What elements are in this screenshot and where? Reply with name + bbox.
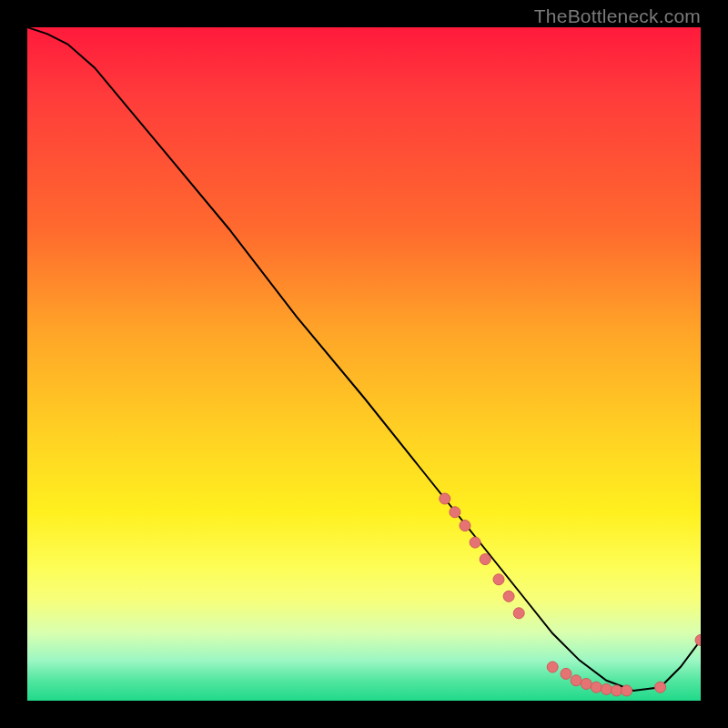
data-marker (561, 668, 571, 679)
data-marker (460, 521, 470, 531)
data-marker (581, 679, 592, 690)
data-marker (493, 574, 504, 585)
watermark-text: TheBottleneck.com (534, 5, 701, 27)
plot-area (27, 27, 701, 701)
data-marker (547, 662, 558, 672)
data-marker (612, 685, 622, 696)
figure-stage: TheBottleneck.com (0, 0, 728, 728)
chart-svg (27, 27, 701, 701)
data-marker (450, 507, 460, 518)
data-marker (513, 608, 524, 619)
data-marker (503, 591, 514, 602)
marker-group (440, 493, 701, 696)
data-marker (571, 675, 581, 686)
data-marker (601, 683, 612, 694)
data-marker (591, 682, 602, 693)
data-marker (622, 685, 632, 696)
data-marker (440, 493, 450, 504)
data-marker (695, 634, 701, 645)
data-marker (480, 554, 490, 565)
data-marker (655, 682, 666, 693)
data-curve (27, 27, 701, 691)
data-marker (470, 537, 480, 548)
